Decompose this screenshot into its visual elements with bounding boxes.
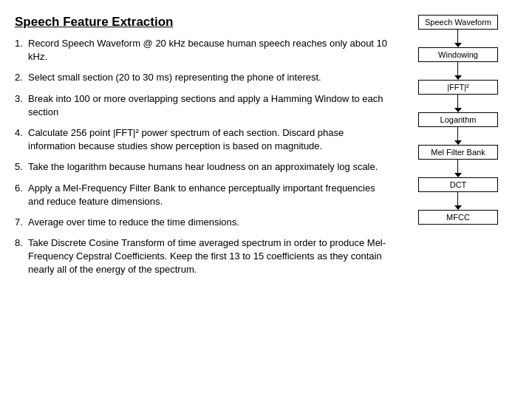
step-num-5: 5. <box>15 160 28 174</box>
step-text-1: Record Speech Waveform @ 20 kHz because … <box>28 37 392 64</box>
step-6: 6.Apply a Mel-Frequency Filter Bank to e… <box>15 182 392 208</box>
flow-box-1: Windowing <box>418 47 498 62</box>
step-text-4: Calculate 256 point |FFT|² power spectru… <box>28 126 392 153</box>
step-text-5: Take the logarithm because humans hear l… <box>28 160 392 174</box>
flow-arrow-1 <box>418 62 498 80</box>
arrow-line-3 <box>457 127 458 140</box>
step-num-2: 2. <box>15 71 28 84</box>
page-title: Speech Feature Extraction <box>15 15 392 30</box>
arrow-line-4 <box>457 160 458 173</box>
step-1: 1.Record Speech Waveform @ 20 kHz becaus… <box>15 37 392 64</box>
flow-box-4: Mel Filter Bank <box>418 145 498 160</box>
step-num-4: 4. <box>15 126 28 153</box>
arrow-line-5 <box>457 192 458 205</box>
step-text-3: Break into 100 or more overlapping secti… <box>28 92 392 119</box>
flow-arrow-4 <box>418 160 498 177</box>
main-container: Speech Feature Extraction 1.Record Speec… <box>0 0 532 399</box>
step-3: 3.Break into 100 or more overlapping sec… <box>15 92 392 119</box>
step-2: 2.Select small section (20 to 30 ms) rep… <box>15 71 392 84</box>
flow-arrow-2 <box>418 95 498 112</box>
flow-box-6: MFCC <box>418 210 498 225</box>
step-num-1: 1. <box>15 37 28 64</box>
step-8: 8.Take Discrete Cosine Transform of time… <box>15 236 392 277</box>
arrow-head-1 <box>454 75 462 80</box>
flow-arrow-5 <box>418 192 498 210</box>
arrow-head-5 <box>454 205 462 210</box>
arrow-head-2 <box>454 108 462 112</box>
step-num-7: 7. <box>15 216 28 229</box>
flowchart-column: Speech WaveformWindowing|FFT|²LogarithmM… <box>399 15 517 384</box>
arrow-line-1 <box>457 62 458 75</box>
step-text-8: Take Discrete Cosine Transform of time a… <box>28 236 392 277</box>
flowchart-container: Speech WaveformWindowing|FFT|²LogarithmM… <box>418 15 498 225</box>
arrow-head-4 <box>454 173 462 177</box>
step-7: 7.Average over time to reduce the time d… <box>15 216 392 229</box>
arrow-line-0 <box>457 30 458 43</box>
step-text-7: Average over time to reduce the time dim… <box>28 216 392 229</box>
step-text-2: Select small section (20 to 30 ms) repre… <box>28 71 392 84</box>
flow-box-0: Speech Waveform <box>418 15 498 30</box>
arrow-head-0 <box>454 43 462 47</box>
flow-box-3: Logarithm <box>418 112 498 127</box>
left-column: Speech Feature Extraction 1.Record Speec… <box>15 15 399 384</box>
step-5: 5.Take the logarithm because humans hear… <box>15 160 392 174</box>
flow-box-5: DCT <box>418 177 498 192</box>
flow-arrow-0 <box>418 30 498 47</box>
arrow-line-2 <box>457 95 458 108</box>
step-4: 4.Calculate 256 point |FFT|² power spect… <box>15 126 392 153</box>
step-num-6: 6. <box>15 182 28 208</box>
step-num-8: 8. <box>15 236 28 277</box>
steps-container: 1.Record Speech Waveform @ 20 kHz becaus… <box>15 37 392 277</box>
step-text-6: Apply a Mel-Frequency Filter Bank to enh… <box>28 182 392 208</box>
arrow-head-3 <box>454 140 462 145</box>
step-num-3: 3. <box>15 92 28 119</box>
flow-box-2: |FFT|² <box>418 80 498 95</box>
flow-arrow-3 <box>418 127 498 145</box>
